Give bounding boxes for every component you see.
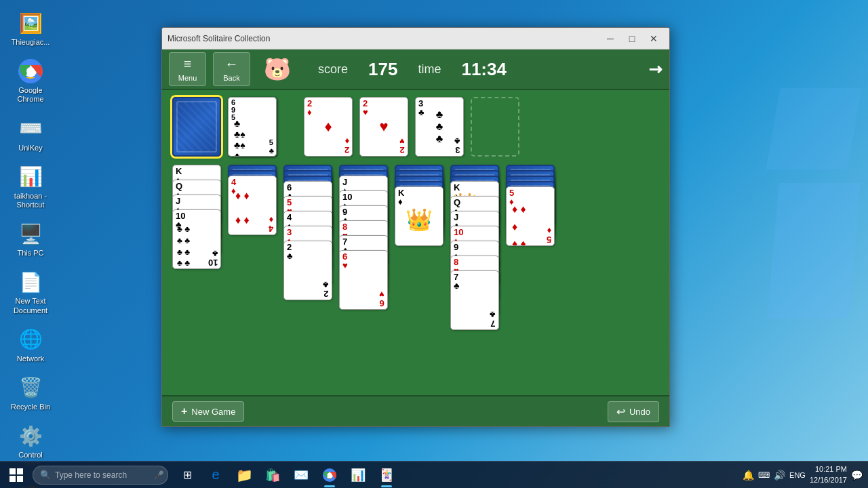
- language-indicator[interactable]: ENG: [789, 471, 806, 479]
- search-icon: 🔍: [40, 470, 51, 480]
- tableau-col-2[interactable]: 4♦ ♦ ♦♦ ♦ 4♦: [228, 165, 277, 327]
- window-controls: ─ □ ✕: [600, 31, 664, 46]
- game-window: Microsoft Solitaire Collection ─ □ ✕ ≡ M…: [161, 27, 670, 427]
- col3-card-2c[interactable]: 2♣ 2♣: [283, 241, 332, 300]
- tableau-col-5[interactable]: K♦ 👑: [395, 165, 443, 327]
- notification-icon[interactable]: 🔔: [743, 470, 754, 481]
- keyboard-icon[interactable]: ⌨: [758, 470, 770, 480]
- stock-card[interactable]: [172, 97, 221, 157]
- col2-card-4d[interactable]: 4♦ ♦ ♦♦ ♦ 4♦: [228, 176, 277, 235]
- desktop-icon-taikhoan[interactable]: 📊 taikhoan - Shortcut: [7, 161, 54, 212]
- score-label: score: [318, 62, 348, 77]
- undo-label: Undo: [629, 407, 650, 417]
- maximize-button[interactable]: □: [622, 31, 642, 46]
- taikhoan-label: taikhoan - Shortcut: [9, 192, 52, 209]
- tableau-col-4[interactable]: J♠ 🤴 10♠ 9♣ 8♥: [339, 165, 388, 341]
- taskbar-excel[interactable]: 📊: [344, 462, 372, 489]
- title-bar: Microsoft Solitaire Collection ─ □ ✕: [162, 28, 669, 49]
- taskbar-search[interactable]: 🔍 🎤: [33, 466, 168, 485]
- menu-icon: ≡: [184, 56, 192, 72]
- bear-logo: 🐻: [264, 56, 291, 82]
- new-game-button[interactable]: + New Game: [172, 401, 244, 422]
- taskbar-explorer[interactable]: 📁: [231, 462, 258, 489]
- taskbar: 🔍 🎤 ⊞ e 📁 🛍️ ✉️ 📊 🃏: [0, 461, 868, 488]
- network-icon: 🌐: [17, 326, 44, 353]
- taikhoan-icon: 📊: [17, 163, 44, 190]
- bottom-toolbar: + New Game ↩ Undo: [162, 395, 669, 426]
- taskbar-chrome[interactable]: [316, 462, 343, 489]
- clock-date: 12/16/2017: [810, 475, 847, 485]
- waste-card-top[interactable]: 695 ♣♣♠♣♠♣ 5♣: [228, 97, 277, 157]
- clock-time: 10:21 PM: [810, 464, 847, 474]
- col6-card-7[interactable]: 7♣ 7♣: [450, 270, 499, 330]
- tableau-col-7[interactable]: 5♦ ♦ ♦ ♦♦ ♦ 5♦: [506, 165, 555, 314]
- time-value: 11:34: [461, 59, 507, 80]
- taskbar-clock: 10:21 PM 12/16/2017: [810, 464, 847, 485]
- windows-logo-icon: [9, 468, 23, 482]
- start-button[interactable]: [0, 462, 33, 489]
- col7-card-5d[interactable]: 5♦ ♦ ♦ ♦♦ ♦ 5♦: [506, 186, 555, 246]
- tableau-col-6[interactable]: K♠ 👑 Q♠ J♣ 10♦: [450, 165, 499, 382]
- col4-card-6h[interactable]: 6♥ 6♥: [339, 250, 388, 310]
- svg-point-5: [328, 472, 332, 477]
- taskbar-apps: ⊞ e 📁 🛍️ ✉️ 📊 🃏: [174, 462, 400, 489]
- tableau-col-1[interactable]: K♠ 👑 Q♠ 👸 J♠ 🤴 10♣ ♣: [172, 165, 221, 314]
- spacer-1: [283, 97, 297, 157]
- expand-button[interactable]: ↗: [644, 58, 667, 81]
- undo-icon: ↩: [616, 405, 625, 418]
- tableau-col-3[interactable]: 6♣ 5♥ 4♠ 3♦: [283, 165, 332, 368]
- recycle-bin-icon: 🗑️: [17, 374, 44, 401]
- stock-pile[interactable]: [172, 97, 221, 157]
- desktop-icon-network[interactable]: 🌐 Network: [7, 323, 54, 366]
- foundation-2[interactable]: 2♥ ♥ 2♥: [359, 97, 408, 157]
- unikey-icon: ⌨️: [17, 115, 44, 142]
- foundation-4[interactable]: [471, 97, 519, 157]
- desktop-icon-this-pc[interactable]: 🖥️ This PC: [7, 218, 54, 260]
- foundation-1[interactable]: 2♦ ♦ 2♦: [304, 97, 353, 157]
- close-button[interactable]: ✕: [644, 31, 664, 46]
- time-label: time: [418, 62, 441, 77]
- menu-button[interactable]: ≡ Menu: [169, 52, 206, 86]
- desktop-icon-recycle-bin[interactable]: 🗑️ Recycle Bin: [7, 371, 54, 414]
- taskbar-right: 🔔 ⌨ 🔊 ENG 10:21 PM 12/16/2017 💬: [743, 464, 868, 485]
- volume-icon[interactable]: 🔊: [774, 470, 785, 481]
- taskbar-store[interactable]: 🛍️: [259, 462, 286, 489]
- game-toolbar: ≡ Menu ← Back 🐻 score 175 time 11:34 ↗: [162, 49, 669, 90]
- minimize-button[interactable]: ─: [600, 31, 620, 46]
- recycle-bin-label: Recycle Bin: [11, 403, 50, 411]
- this-pc-icon: 🖥️: [17, 220, 44, 247]
- col5-card-k[interactable]: K♦ 👑: [395, 186, 443, 246]
- chrome-label: Google Chrome: [9, 86, 52, 104]
- back-label: Back: [223, 74, 239, 82]
- col1-card-10[interactable]: 10♣ ♣ ♣♣ ♣♣ ♣♣ ♣♣ ♣ 10♣: [172, 209, 221, 269]
- action-center-icon[interactable]: 💬: [851, 470, 863, 481]
- card-table: 6♣ ♣ 6♣ 9 695 ♣♣♠♣♠♣ 5♣: [162, 90, 669, 395]
- menu-label: Menu: [178, 74, 197, 82]
- network-label: Network: [17, 354, 44, 363]
- window-title: Microsoft Solitaire Collection: [167, 34, 600, 43]
- desktop-icon-unikey[interactable]: ⌨️ UniKey: [7, 113, 54, 155]
- search-input[interactable]: [55, 470, 150, 480]
- taskbar-task-view[interactable]: ⊞: [174, 462, 201, 489]
- taskbar-edge[interactable]: e: [202, 462, 229, 489]
- taskbar-mail[interactable]: ✉️: [288, 462, 315, 489]
- desktop: 🖼️ Thieugiac... Google Chrome ⌨️ UniKey …: [0, 0, 868, 488]
- score-display: score 175 time 11:34: [318, 59, 642, 80]
- desktop-icon-chrome[interactable]: Google Chrome: [7, 55, 54, 106]
- score-value: 175: [368, 59, 397, 80]
- desktop-icon-thieugiac[interactable]: 🖼️ Thieugiac...: [7, 7, 54, 49]
- undo-button[interactable]: ↩ Undo: [608, 401, 659, 422]
- unikey-label: UniKey: [18, 144, 42, 152]
- taskbar-solitaire[interactable]: 🃏: [373, 462, 400, 489]
- bottom-row: K♠ 👑 Q♠ 👸 J♠ 🤴 10♣ ♣: [172, 165, 659, 388]
- foundation-3[interactable]: 3♣ ♣♣♣ 3♣: [415, 97, 464, 157]
- this-pc-label: This PC: [17, 249, 43, 258]
- waste-pile[interactable]: 6♣ ♣ 6♣ 9 695 ♣♣♠♣♠♣ 5♣: [228, 97, 277, 157]
- new-game-label: New Game: [191, 407, 235, 417]
- desktop-icon-list: 🖼️ Thieugiac... Google Chrome ⌨️ UniKey …: [7, 7, 54, 488]
- back-button[interactable]: ← Back: [213, 52, 250, 86]
- new-game-plus-icon: +: [181, 405, 187, 418]
- top-row: 6♣ ♣ 6♣ 9 695 ♣♣♠♣♠♣ 5♣: [172, 97, 659, 157]
- desktop-icon-new-text[interactable]: 📄 New Text Document: [7, 266, 54, 317]
- control-panel-icon: ⚙️: [17, 422, 44, 449]
